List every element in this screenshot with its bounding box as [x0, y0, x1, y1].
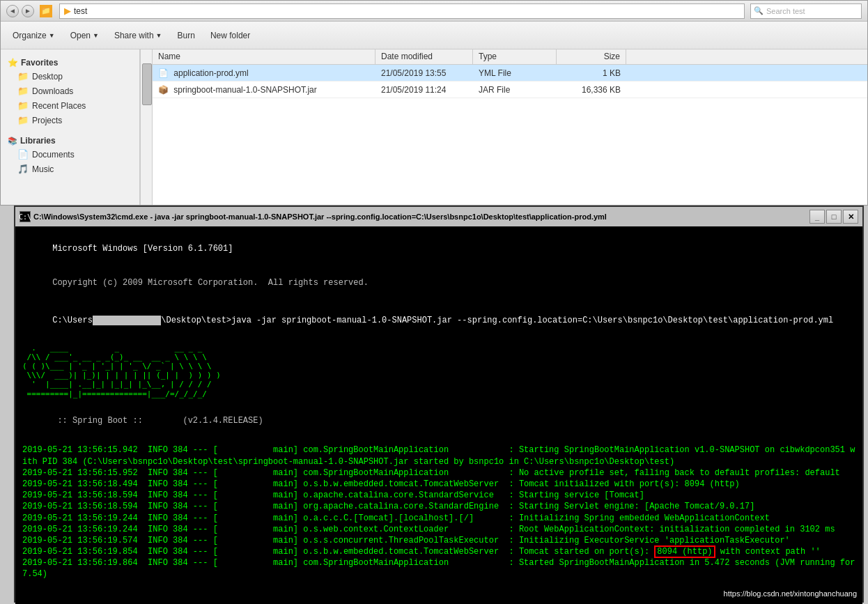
cmd-title-text: C:\Windows\System32\cmd.exe - java -jar … — [33, 212, 607, 221]
back-button[interactable]: ◄ — [6, 5, 19, 17]
log-line-5: 2019-05-21 13:56:19.244 INFO 384 --- [ m… — [22, 513, 855, 524]
favorites-section: ⭐ Favorites — [1, 55, 139, 69]
col-header-size[interactable]: Size — [557, 49, 626, 64]
folder-icon: 📁 — [17, 86, 29, 96]
cmd-titlebar: C:\ C:\Windows\System32\cmd.exe - java -… — [15, 207, 862, 226]
star-icon: ⭐ — [8, 58, 18, 68]
explorer-toolbar: Organize ▼ Open ▼ Share with ▼ Burn New … — [1, 22, 867, 49]
address-bar[interactable]: ▶ test — [59, 3, 745, 19]
folder-icon: 📁 — [17, 115, 29, 125]
log-line-4: 2019-05-21 13:56:18.594 INFO 384 --- [ m… — [22, 501, 855, 512]
minimize-button[interactable]: _ — [809, 210, 825, 224]
open-button[interactable]: Open ▼ — [64, 26, 105, 45]
folder-icon: 📁 — [17, 71, 29, 82]
watermark: https://blog.csdn.net/xintonghanchuang — [721, 589, 860, 598]
highlighted-port: 8094 (http) — [654, 545, 715, 558]
jar-icon: 📦 — [158, 85, 169, 95]
table-row[interactable]: 📄 application-prod.yml 21/05/2019 13:55 … — [153, 65, 867, 82]
col-header-type[interactable]: Type — [473, 49, 557, 64]
log-line-9: 2019-05-21 13:56:19.864 INFO 384 --- [ m… — [22, 557, 855, 580]
file-name-cell: 📦 springboot-manual-1.0-SNAPSHOT.jar — [153, 84, 375, 96]
file-list: Name Date modified Type Size 📄 applicati… — [153, 49, 867, 205]
sidebar-item-downloads[interactable]: 📁 Downloads — [1, 84, 139, 98]
file-name-cell: 📄 application-prod.yml — [153, 67, 375, 79]
file-size-cell: 16,336 KB — [557, 84, 626, 96]
path-text: test — [74, 6, 87, 16]
breadcrumb-folder-icon: 📁 — [40, 5, 52, 17]
col-header-date[interactable]: Date modified — [375, 49, 473, 64]
spring-ascii-art: . ____ _ __ _ _ /\\ / ___'_ __ _ _(_)_ _… — [22, 343, 855, 398]
log-line-8: 2019-05-21 13:56:19.854 INFO 384 --- [ m… — [22, 546, 855, 557]
sidebar-item-projects[interactable]: 📁 Projects — [1, 113, 139, 127]
log-line-1: 2019-05-21 13:56:15.952 INFO 384 --- [ m… — [22, 467, 855, 479]
close-button[interactable]: ✕ — [843, 210, 858, 224]
scroll-thumb[interactable] — [142, 63, 152, 105]
log-line-6: 2019-05-21 13:56:19.244 INFO 384 --- [ m… — [22, 524, 855, 535]
burn-button[interactable]: Burn — [171, 26, 201, 45]
cmd-content[interactable]: Microsoft Windows [Version 6.1.7601] Cop… — [15, 226, 862, 604]
explorer-window: ◄ ► 📁 ▶ test 🔍 Search test Organize ▼ Op… — [0, 0, 868, 206]
explorer-content: ⭐ Favorites 📁 Desktop 📁 Downloads 📁 Rece… — [1, 49, 867, 205]
file-type-cell: YML File — [473, 67, 557, 79]
open-dropdown-arrow: ▼ — [93, 32, 99, 39]
file-date-cell: 21/05/2019 11:24 — [375, 84, 473, 96]
log-line-3: 2019-05-21 13:56:18.594 INFO 384 --- [ m… — [22, 490, 855, 501]
cmd-title-left: C:\ C:\Windows\System32\cmd.exe - java -… — [20, 211, 607, 222]
log-line-7: 2019-05-21 13:56:19.574 INFO 384 --- [ m… — [22, 535, 855, 546]
command-line: C:\Users \Desktop\test>java -jar springb… — [22, 304, 855, 338]
sidebar-item-music[interactable]: 🎵 Music — [1, 162, 139, 176]
search-placeholder: Search test — [766, 7, 805, 15]
sidebar-scrollbar[interactable] — [140, 49, 153, 205]
folder-icon: ▶ — [64, 6, 71, 16]
folder-icon: 📁 — [17, 100, 29, 111]
file-date-cell: 21/05/2019 13:55 — [375, 67, 473, 79]
search-icon: 🔍 — [754, 6, 764, 15]
log-line-2: 2019-05-21 13:56:18.494 INFO 384 --- [ m… — [22, 479, 855, 490]
log-line-0: 2019-05-21 13:56:15.942 INFO 384 --- [ m… — [22, 444, 855, 467]
maximize-button[interactable]: □ — [826, 210, 842, 224]
file-size-cell: 1 KB — [557, 67, 626, 79]
organize-dropdown-arrow: ▼ — [49, 32, 55, 39]
sidebar-item-documents[interactable]: 📄 Documents — [1, 147, 139, 162]
libraries-section: 📚 Libraries — [1, 133, 139, 147]
sidebar: ⭐ Favorites 📁 Desktop 📁 Downloads 📁 Rece… — [1, 49, 140, 205]
table-row[interactable]: 📦 springboot-manual-1.0-SNAPSHOT.jar 21/… — [153, 82, 867, 98]
libraries-icon: 📚 — [8, 137, 17, 146]
folder-icon: 📄 — [17, 149, 29, 160]
window-controls-left: ◄ ► — [6, 5, 34, 17]
cmd-window: C:\ C:\Windows\System32\cmd.exe - java -… — [14, 206, 864, 603]
file-type-cell: JAR File — [473, 84, 557, 96]
sidebar-item-desktop[interactable]: 📁 Desktop — [1, 69, 139, 84]
yml-icon: 📄 — [158, 68, 169, 78]
new-folder-button[interactable]: New folder — [204, 26, 256, 45]
col-header-name[interactable]: Name — [153, 49, 375, 64]
windows-version-line: Microsoft Windows [Version 6.1.7601] — [22, 232, 855, 266]
file-list-header: Name Date modified Type Size — [153, 49, 867, 65]
folder-icon: 🎵 — [17, 164, 29, 174]
organize-button[interactable]: Organize ▼ — [6, 26, 61, 45]
share-dropdown-arrow: ▼ — [156, 32, 162, 39]
cmd-window-controls: _ □ ✕ — [809, 210, 858, 224]
spring-boot-version: :: Spring Boot :: (v2.1.4.RELEASE) — [22, 404, 855, 438]
redacted-username — [93, 316, 161, 325]
share-with-button[interactable]: Share with ▼ — [108, 26, 169, 45]
forward-button[interactable]: ► — [22, 5, 34, 17]
explorer-titlebar: ◄ ► 📁 ▶ test 🔍 Search test — [1, 1, 867, 22]
search-bar[interactable]: 🔍 Search test — [750, 3, 862, 19]
sidebar-item-recent-places[interactable]: 📁 Recent Places — [1, 98, 139, 113]
cmd-icon: C:\ — [20, 211, 31, 222]
copyright-line: Copyright (c) 2009 Microsoft Corporation… — [22, 266, 855, 300]
